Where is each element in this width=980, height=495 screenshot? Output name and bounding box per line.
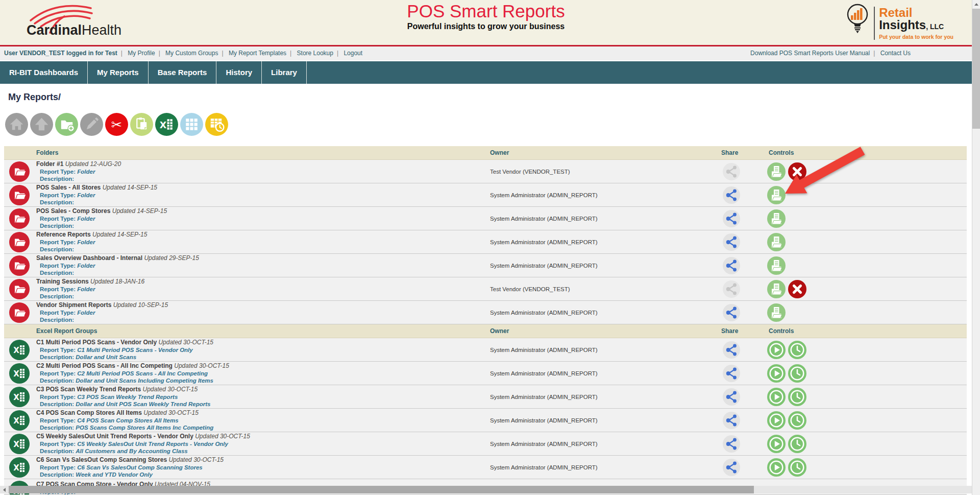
report-title-link[interactable]: C2 Multi Period POS Scans - All Inc Comp… bbox=[36, 362, 173, 369]
owner-text: System Administrator (ADMIN_REPORT) bbox=[490, 441, 719, 447]
copy-report-button[interactable] bbox=[767, 280, 786, 298]
cut-button[interactable]: ✂ bbox=[105, 113, 128, 136]
export-to-excel-button[interactable]: X bbox=[155, 113, 178, 136]
share-button[interactable] bbox=[723, 186, 740, 204]
home-button[interactable] bbox=[5, 113, 28, 136]
report-title-link[interactable]: Reference Reports bbox=[36, 231, 91, 238]
schedule-report-button[interactable] bbox=[788, 411, 806, 430]
share-button[interactable] bbox=[723, 341, 740, 359]
paste-button[interactable] bbox=[130, 113, 153, 136]
share-button[interactable] bbox=[723, 365, 740, 382]
my-profile-link[interactable]: My Profile bbox=[128, 50, 155, 57]
folder-icon[interactable] bbox=[9, 185, 30, 205]
report-title-link[interactable]: C6 Scan Vs SalesOut Comp Scanning Stores bbox=[36, 456, 167, 463]
my-custom-groups-link[interactable]: My Custom Groups bbox=[165, 50, 218, 57]
schedule-report-button[interactable] bbox=[788, 364, 806, 383]
folder-icon[interactable] bbox=[9, 232, 30, 252]
report-title-link[interactable]: C4 POS Scan Comp Stores All Items bbox=[36, 409, 142, 416]
folder-icon[interactable] bbox=[9, 302, 30, 323]
run-report-button[interactable] bbox=[767, 388, 786, 406]
table-row: POS Sales - All Stores Updated 14-SEP-15… bbox=[4, 183, 967, 207]
table-row: X C5 Weekly SalesOut Unit Trend Reports … bbox=[4, 432, 967, 456]
up-arrow-icon bbox=[30, 113, 53, 136]
report-title-link[interactable]: C3 POS Scan Weekly Trend Reports bbox=[36, 386, 141, 393]
download-user-manual-link[interactable]: Download POS Smart Reports User Manual bbox=[750, 50, 870, 57]
delete-button[interactable] bbox=[788, 280, 806, 298]
copy-report-button[interactable] bbox=[767, 303, 786, 322]
schedule-report-button[interactable] bbox=[788, 341, 806, 359]
vertical-scrollbar[interactable] bbox=[972, 0, 980, 495]
up-one-level-button[interactable] bbox=[30, 113, 53, 136]
table-row: X C4 POS Scan Comp Stores All Items Upda… bbox=[4, 409, 967, 432]
schedule-report-button[interactable] bbox=[788, 458, 806, 477]
folder-icon[interactable] bbox=[9, 161, 30, 182]
horizontal-scroll-thumb[interactable] bbox=[9, 486, 754, 493]
delete-button[interactable] bbox=[788, 162, 806, 181]
tab-history[interactable]: History bbox=[216, 61, 262, 84]
scroll-left-button[interactable] bbox=[0, 486, 9, 493]
logout-link[interactable]: Logout bbox=[344, 50, 362, 57]
grid-view-button[interactable] bbox=[180, 113, 203, 136]
report-title-link[interactable]: Vendor Shipment Reports bbox=[36, 301, 111, 309]
my-report-templates-link[interactable]: My Report Templates bbox=[229, 50, 286, 57]
report-title-link[interactable]: Training Sessions bbox=[36, 278, 89, 285]
report-title-link[interactable]: C5 Weekly SalesOut Unit Trend Reports - … bbox=[36, 433, 193, 440]
edit-button[interactable] bbox=[80, 113, 103, 136]
copy-report-button[interactable] bbox=[767, 233, 786, 251]
schedule-report-button[interactable] bbox=[788, 435, 806, 453]
tab-library[interactable]: Library bbox=[262, 61, 307, 84]
app-title: POS Smart Reports bbox=[407, 1, 565, 21]
folder-icon[interactable] bbox=[9, 208, 30, 229]
share-button[interactable] bbox=[723, 459, 740, 476]
excel-icon[interactable]: X bbox=[9, 457, 30, 478]
run-report-button[interactable] bbox=[767, 411, 786, 430]
report-title-link[interactable]: POS Sales - Comp Stores bbox=[36, 207, 110, 215]
report-type-value: C5 Weekly SalesOut Unit Trend Reports - … bbox=[77, 441, 228, 447]
tab-ri-bit-dashboards[interactable]: RI-BIT Dashboards bbox=[0, 61, 88, 84]
updated-text: Updated 14-SEP-15 bbox=[103, 184, 157, 191]
copy-report-button[interactable] bbox=[767, 162, 786, 181]
contact-us-link[interactable]: Contact Us bbox=[880, 50, 911, 57]
svg-text:X: X bbox=[13, 393, 19, 402]
report-title-link[interactable]: POS Sales - All Stores bbox=[36, 184, 101, 191]
run-report-button[interactable] bbox=[767, 364, 786, 383]
report-type-value: C2 Multi Period POS Scans - All Inc Comp… bbox=[77, 370, 208, 376]
new-folder-button[interactable] bbox=[55, 113, 78, 136]
share-button[interactable] bbox=[723, 388, 740, 406]
store-lookup-link[interactable]: Store Lookup bbox=[297, 50, 333, 57]
run-report-button[interactable] bbox=[767, 341, 786, 359]
report-title-link[interactable]: Sales Overview Dashboard - Internal bbox=[36, 254, 142, 262]
vertical-scroll-thumb[interactable] bbox=[972, 9, 980, 129]
excel-icon[interactable]: X bbox=[9, 434, 30, 454]
report-type-label: Report Type: bbox=[40, 347, 76, 353]
share-column-header: Share bbox=[719, 327, 767, 335]
run-report-button[interactable] bbox=[767, 435, 786, 453]
share-button[interactable] bbox=[723, 304, 740, 321]
excel-icon[interactable]: X bbox=[9, 387, 30, 407]
report-title-link[interactable]: C1 Multi Period POS Scans - Vendor Only bbox=[36, 339, 157, 346]
share-button[interactable] bbox=[723, 233, 740, 251]
share-button[interactable] bbox=[723, 210, 740, 227]
share-button[interactable] bbox=[723, 257, 740, 274]
share-button[interactable] bbox=[723, 412, 740, 429]
copy-report-button[interactable] bbox=[767, 186, 786, 204]
run-report-button[interactable] bbox=[767, 458, 786, 477]
excel-icon[interactable]: X bbox=[9, 363, 30, 384]
copy-report-button[interactable] bbox=[767, 256, 786, 275]
excel-icon[interactable]: X bbox=[9, 410, 30, 431]
tab-my-reports[interactable]: My Reports bbox=[88, 61, 149, 84]
report-title-link[interactable]: Folder #1 bbox=[36, 160, 63, 168]
share-button[interactable] bbox=[723, 435, 740, 453]
folder-icon[interactable] bbox=[9, 255, 30, 276]
excel-icon[interactable]: X bbox=[9, 340, 30, 360]
tab-base-reports[interactable]: Base Reports bbox=[149, 61, 217, 84]
copy-report-button[interactable] bbox=[767, 209, 786, 228]
scroll-up-button[interactable] bbox=[972, 0, 980, 9]
owner-text: Test Vendor (VENDOR_TEST) bbox=[490, 286, 719, 292]
horizontal-scrollbar[interactable] bbox=[0, 486, 972, 493]
folder-icon[interactable] bbox=[9, 279, 30, 299]
schedule-report-button[interactable] bbox=[788, 388, 806, 406]
table-row: Training Sessions Updated 18-JAN-16 Repo… bbox=[4, 277, 967, 301]
description-label: Description: bbox=[40, 199, 74, 205]
report-schedule-button[interactable] bbox=[205, 113, 228, 136]
